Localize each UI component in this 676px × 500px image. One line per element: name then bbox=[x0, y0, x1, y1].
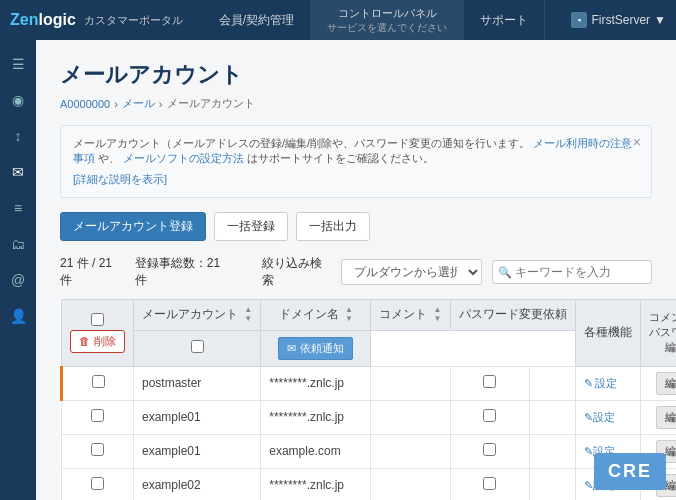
row-checkbox[interactable] bbox=[91, 477, 104, 490]
mail-send-icon: ✉ bbox=[287, 342, 296, 355]
info-close-button[interactable]: × bbox=[633, 134, 641, 150]
domain-cell: ********.znlc.jp bbox=[261, 400, 371, 434]
settings-icon: ✎ bbox=[584, 377, 593, 390]
comment-cell bbox=[371, 366, 450, 400]
sidebar-icon-list[interactable]: ≡ bbox=[2, 192, 34, 224]
filter-dropdown[interactable]: プルダウンから選択 bbox=[341, 259, 482, 285]
pwd-check-cell bbox=[450, 400, 530, 434]
info-detail-link[interactable]: [詳細な説明を表示] bbox=[73, 172, 167, 187]
domain-cell: ********.znlc.jp bbox=[261, 468, 371, 500]
domain-cell: ********.znlc.jp bbox=[261, 366, 371, 400]
pwd-checkbox[interactable] bbox=[483, 409, 496, 422]
sidebar: ☰ ◉ ↕ ✉ ≡ 🗂 @ 👤 bbox=[0, 40, 36, 500]
breadcrumb: A0000000 › メール › メールアカウント bbox=[60, 96, 652, 111]
domain-cell: example.com bbox=[261, 434, 371, 468]
notify-button[interactable]: ✉ 依頼通知 bbox=[278, 337, 353, 360]
pwd-checkbox[interactable] bbox=[483, 443, 496, 456]
breadcrumb-sep1: › bbox=[114, 98, 118, 110]
th-mail-account: メールアカウント ▲▼ bbox=[134, 300, 261, 331]
nav-control-panel[interactable]: コントロールパネル サービスを選んでください bbox=[311, 0, 464, 40]
mail-cell: example02 bbox=[134, 468, 261, 500]
nav-member[interactable]: 会員/契約管理 bbox=[203, 0, 311, 40]
pwd-all-checkbox[interactable] bbox=[191, 340, 204, 353]
sidebar-icon-at[interactable]: @ bbox=[2, 264, 34, 296]
trash-icon: 🗑 bbox=[79, 335, 90, 347]
search-wrap: 🔍 bbox=[492, 260, 652, 284]
mail-cell: postmaster bbox=[134, 366, 261, 400]
sidebar-icon-arrows[interactable]: ↕ bbox=[2, 120, 34, 152]
edit-cell: 編集 bbox=[640, 366, 676, 400]
page-title: メールアカウント bbox=[60, 60, 652, 90]
table-row: example02 ********.znlc.jp ✎設定 編集 bbox=[62, 468, 677, 500]
mail-account-table: 🗑 削除 メールアカウント ▲▼ ドメイン名 ▲▼ コメント ▲▼ bbox=[60, 299, 676, 500]
table-row: example01 ********.znlc.jp ✎設定 編集 bbox=[62, 400, 677, 434]
sidebar-icon-circle[interactable]: ◉ bbox=[2, 84, 34, 116]
th-domain: ドメイン名 ▲▼ bbox=[261, 300, 371, 331]
delete-button[interactable]: 🗑 削除 bbox=[70, 330, 125, 353]
footer-badge: CRE bbox=[594, 453, 666, 490]
comment-cell bbox=[371, 434, 450, 468]
server-icon: ▪ bbox=[571, 12, 587, 28]
portal-label: カスタマーポータル bbox=[84, 13, 183, 28]
row-checkbox[interactable] bbox=[91, 409, 104, 422]
comment-cell bbox=[371, 400, 450, 434]
export-button[interactable]: 一括出力 bbox=[296, 212, 370, 241]
edit-button[interactable]: 編集 bbox=[656, 372, 676, 395]
bulk-register-button[interactable]: 一括登録 bbox=[214, 212, 288, 241]
breadcrumb-root[interactable]: A0000000 bbox=[60, 98, 110, 110]
table-body: postmaster ********.znlc.jp ✎設定 編集 bbox=[62, 366, 677, 500]
settings-cell: ✎設定 bbox=[575, 400, 640, 434]
comment-cell bbox=[371, 468, 450, 500]
sort-mail-icon[interactable]: ▲▼ bbox=[244, 306, 252, 324]
logo: Zenlogic bbox=[10, 11, 76, 29]
nav-support[interactable]: サポート bbox=[464, 0, 545, 40]
select-all-checkbox[interactable] bbox=[91, 313, 104, 326]
th-pwd-change: パスワード変更依頼 bbox=[450, 300, 575, 331]
pwd-check-cell bbox=[450, 434, 530, 468]
table-row: postmaster ********.znlc.jp ✎設定 編集 bbox=[62, 366, 677, 400]
pwd-check-cell bbox=[450, 366, 530, 400]
table-row: example01 example.com ✎設定 編集 bbox=[62, 434, 677, 468]
pwd-checkbox[interactable] bbox=[483, 477, 496, 490]
nav-menu: 会員/契約管理 コントロールパネル サービスを選んでください サポート bbox=[203, 0, 572, 40]
th-checkbox: 🗑 削除 bbox=[62, 300, 134, 367]
th-comment-pwd: コメント・パスワード編集 bbox=[640, 300, 676, 367]
search-icon: 🔍 bbox=[498, 266, 512, 279]
th-pwd-checkbox bbox=[134, 330, 261, 366]
mail-cell: example01 bbox=[134, 400, 261, 434]
filter-bar: 21 件 / 21 件 登録事総数：21 件 絞り込み検索 プルダウンから選択 … bbox=[60, 255, 652, 289]
edit-button[interactable]: 編集 bbox=[656, 406, 676, 429]
pwd-check-cell bbox=[450, 468, 530, 500]
top-navigation: Zenlogic カスタマーポータル 会員/契約管理 コントロールパネル サービ… bbox=[0, 0, 676, 40]
row-checkbox[interactable] bbox=[92, 375, 105, 388]
th-comment: コメント ▲▼ bbox=[371, 300, 450, 331]
register-button[interactable]: メールアカウント登録 bbox=[60, 212, 206, 241]
settings-link[interactable]: ✎設定 bbox=[584, 376, 632, 391]
sidebar-icon-menu[interactable]: ☰ bbox=[2, 48, 34, 80]
breadcrumb-sep2: › bbox=[159, 98, 163, 110]
row-checkbox[interactable] bbox=[91, 443, 104, 456]
info-link2[interactable]: メールソフトの設定方法 bbox=[123, 152, 244, 164]
sort-domain-icon[interactable]: ▲▼ bbox=[345, 306, 353, 324]
filter-count: 21 件 / 21 件 bbox=[60, 255, 125, 289]
search-input[interactable] bbox=[492, 260, 652, 284]
breadcrumb-current: メールアカウント bbox=[167, 96, 255, 111]
breadcrumb-mid[interactable]: メール bbox=[122, 96, 155, 111]
nav-server: ▪ FirstServer ▼ bbox=[571, 12, 666, 28]
sidebar-icon-user[interactable]: 👤 bbox=[2, 300, 34, 332]
filter-total: 登録事総数：21 件 bbox=[135, 255, 232, 289]
main-content: メールアカウント A0000000 › メール › メールアカウント メールアカ… bbox=[36, 40, 676, 500]
sidebar-icon-mail[interactable]: ✉ bbox=[2, 156, 34, 188]
th-pwd-notify: ✉ 依頼通知 bbox=[261, 330, 371, 366]
info-text: メールアカウント（メールアドレスの登録/編集/削除や、パスワード変更の通知を行い… bbox=[73, 137, 530, 149]
edit-cell: 編集 bbox=[640, 400, 676, 434]
pwd-checkbox[interactable] bbox=[483, 375, 496, 388]
settings-cell: ✎設定 bbox=[575, 366, 640, 400]
sidebar-icon-folder[interactable]: 🗂 bbox=[2, 228, 34, 260]
info-box: メールアカウント（メールアドレスの登録/編集/削除や、パスワード変更の通知を行い… bbox=[60, 125, 652, 198]
th-functions: 各種機能 bbox=[575, 300, 640, 367]
filter-narrow-label: 絞り込み検索 bbox=[262, 255, 331, 289]
action-bar: メールアカウント登録 一括登録 一括出力 bbox=[60, 212, 652, 241]
sort-comment-icon[interactable]: ▲▼ bbox=[434, 306, 442, 324]
settings-link[interactable]: ✎設定 bbox=[584, 410, 632, 425]
